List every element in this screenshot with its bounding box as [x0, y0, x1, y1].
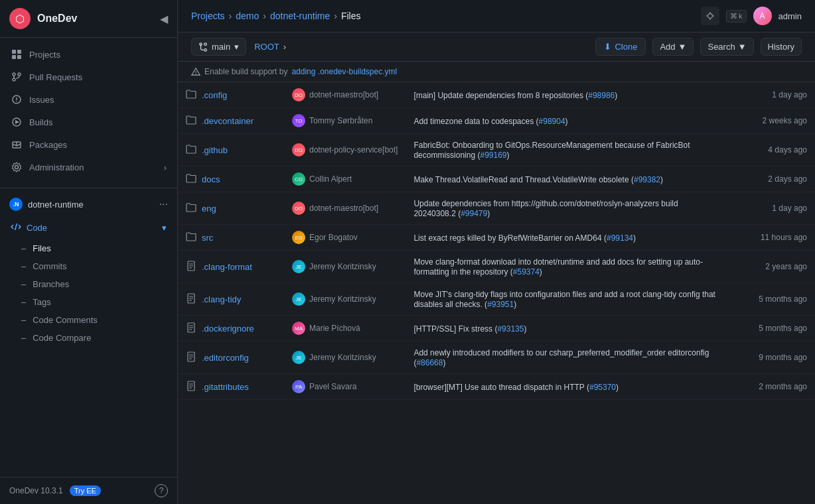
clone-button[interactable]: ⬇ Clone	[595, 38, 646, 56]
file-name-cell: .github	[178, 134, 284, 166]
sidebar-collapse-button[interactable]: ◀	[160, 13, 168, 25]
commit-message: Add newly introduced modifiers to our cs…	[413, 348, 709, 367]
author-name[interactable]: dotnet-policy-service[bot]	[309, 145, 398, 155]
author-avatar: JE	[292, 260, 305, 273]
svg-point-26	[195, 74, 196, 74]
search-shortcut[interactable]: ⌘ k	[726, 10, 747, 23]
history-button[interactable]: History	[761, 38, 802, 56]
pull-requests-icon	[11, 71, 23, 83]
help-icon[interactable]: ?	[155, 484, 168, 497]
author-cell: JE Jeremy Koritzinsky	[284, 251, 406, 283]
sidebar-item-builds[interactable]: Builds	[0, 111, 177, 133]
svg-rect-2	[12, 55, 16, 59]
kbd-cmd: ⌘	[730, 12, 737, 21]
breadcrumb-projects[interactable]: Projects	[191, 11, 225, 21]
sidebar-divider-1	[0, 188, 177, 188]
commit-link[interactable]: #93951	[487, 300, 514, 309]
code-sub-item-commits[interactable]: – Commits	[0, 257, 177, 275]
project-more-button[interactable]: ···	[159, 198, 168, 210]
author-cell: EG Egor Bogatov	[284, 225, 406, 251]
author-avatar: JE	[292, 351, 305, 364]
breadcrumb-demo[interactable]: demo	[236, 11, 259, 21]
author-name[interactable]: Collin Alpert	[309, 174, 352, 184]
file-link[interactable]: .gitattributes	[202, 382, 249, 392]
add-button[interactable]: Add ▼	[652, 38, 694, 56]
file-name-cell: eng	[178, 192, 284, 225]
file-name-cell: .dockerignore	[178, 316, 284, 342]
file-name-cell: .devcontainer	[178, 108, 284, 134]
file-link[interactable]: .clang-tidy	[202, 294, 241, 304]
commit-link[interactable]: #59374	[513, 267, 540, 277]
file-link[interactable]: .config	[202, 90, 227, 100]
code-chevron-icon: ▾	[162, 223, 167, 233]
file-link[interactable]: .clang-format	[202, 262, 252, 272]
author-name[interactable]: dotnet-maestro[bot]	[309, 204, 378, 213]
user-avatar[interactable]: A	[753, 7, 772, 25]
commit-message: Move JIT's clang-tidy flags into configu…	[413, 290, 715, 309]
commit-link[interactable]: #99479	[461, 209, 487, 218]
author-name[interactable]: Tommy Sørbråten	[309, 116, 372, 125]
file-link[interactable]: src	[202, 233, 213, 243]
project-dot: .N	[9, 198, 23, 211]
code-compare-label: Code Compare	[33, 333, 91, 343]
search-button[interactable]: Search ▼	[700, 38, 753, 56]
theme-toggle-icon[interactable]	[701, 7, 719, 25]
svg-rect-0	[12, 50, 16, 54]
file-icon	[186, 322, 196, 335]
admin-username[interactable]: admin	[778, 11, 802, 21]
breadcrumb-dotnet-runtime[interactable]: dotnet-runtime	[270, 11, 330, 21]
root-arrow-icon: ›	[283, 42, 286, 52]
file-name-cell: .clang-tidy	[178, 283, 284, 316]
commit-link[interactable]: #98986	[588, 91, 615, 100]
file-link[interactable]: eng	[202, 204, 216, 214]
root-link[interactable]: ROOT	[254, 42, 279, 52]
try-ee-badge[interactable]: Try EE	[70, 485, 101, 496]
project-name[interactable]: dotnet-runtime	[28, 200, 154, 210]
author-cell: DO dotnet-maestro[bot]	[284, 192, 406, 225]
author-name[interactable]: Jeremy Koritzinsky	[309, 294, 376, 304]
commit-link[interactable]: #93135	[497, 324, 524, 334]
file-icon	[186, 381, 196, 393]
code-sub-item-code-comments[interactable]: – Code Comments	[0, 311, 177, 329]
branch-selector[interactable]: main ▾	[191, 38, 246, 56]
author-name[interactable]: Jeremy Koritzinsky	[309, 262, 376, 271]
file-icon	[186, 351, 196, 364]
code-sub-item-files[interactable]: – Files	[0, 239, 177, 257]
commit-link[interactable]: #99382	[634, 175, 660, 184]
commit-link[interactable]: #99134	[607, 233, 633, 243]
author-name[interactable]: Egor Bogatov	[309, 233, 358, 242]
author-name[interactable]: Pavel Savara	[309, 382, 356, 391]
file-link[interactable]: .dockerignore	[202, 324, 254, 334]
commit-message: List exact regs killed by ByRefWriteBarr…	[413, 233, 636, 243]
author-cell: MA Marie Píchová	[284, 316, 406, 342]
file-link[interactable]: .editorconfig	[202, 353, 249, 363]
code-sub-item-code-compare[interactable]: – Code Compare	[0, 329, 177, 347]
sidebar-footer: OneDev 10.3.1 Try EE ?	[0, 477, 177, 504]
file-name-cell: .config	[178, 82, 284, 108]
commit-link[interactable]: #95370	[589, 383, 616, 392]
commit-link[interactable]: #99169	[480, 151, 506, 160]
tags-label: Tags	[33, 297, 50, 307]
file-link[interactable]: docs	[202, 174, 220, 184]
sidebar-item-packages[interactable]: Packages	[0, 133, 177, 156]
author-avatar: EG	[292, 231, 305, 244]
sidebar-item-pull-requests[interactable]: Pull Requests	[0, 66, 177, 88]
commit-link[interactable]: #86668	[416, 358, 443, 367]
time-cell: 1 day ago	[729, 82, 815, 108]
author-name[interactable]: dotnet-maestro[bot]	[309, 90, 378, 99]
file-link[interactable]: .github	[202, 145, 228, 155]
build-notice-link[interactable]: adding .onedev-buildspec.yml	[291, 67, 397, 76]
code-sub-item-tags[interactable]: – Tags	[0, 293, 177, 311]
file-link[interactable]: .devcontainer	[202, 116, 254, 126]
branch-chevron-icon: ▾	[234, 42, 239, 52]
file-name-cell: src	[178, 225, 284, 251]
code-nav-item[interactable]: Code ▾	[0, 216, 177, 239]
sidebar-item-issues[interactable]: Issues	[0, 88, 177, 111]
author-name[interactable]: Jeremy Koritzinsky	[309, 353, 376, 362]
sidebar-item-administration[interactable]: Administration ›	[0, 156, 177, 178]
author-name[interactable]: Marie Píchová	[309, 324, 360, 333]
time-cell: 1 day ago	[729, 192, 815, 225]
code-sub-item-branches[interactable]: – Branches	[0, 275, 177, 293]
commit-link[interactable]: #98904	[539, 117, 565, 126]
sidebar-item-projects[interactable]: Projects	[0, 43, 177, 66]
